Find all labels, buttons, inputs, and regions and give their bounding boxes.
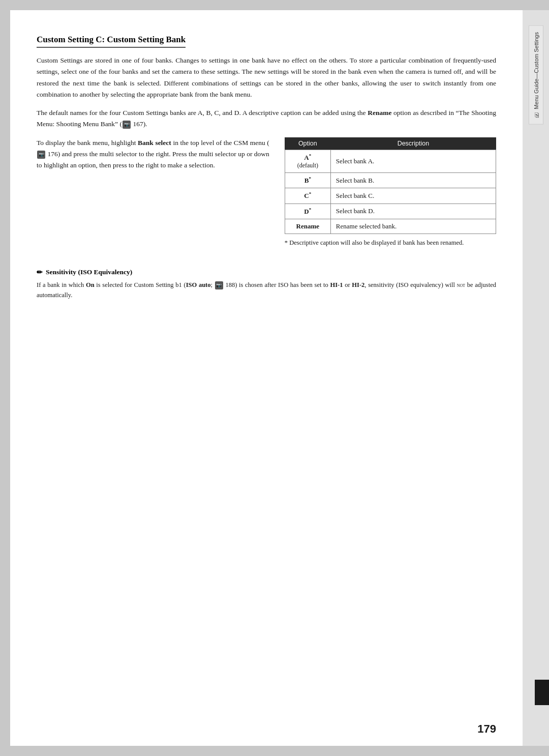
second-paragraph: The default names for the four Custom Se… <box>37 107 496 130</box>
ref-icon-3: 📷 <box>215 281 223 289</box>
third-paragraph: To display the bank menu, highlight Bank… <box>37 137 269 171</box>
col-header-desc: Description <box>330 137 496 150</box>
hi2-bold: HI-2 <box>352 281 364 288</box>
two-col-layout: To display the bank menu, highlight Bank… <box>37 137 496 248</box>
intro-paragraph: Custom Settings are stored in one of fou… <box>37 55 496 100</box>
desc-b: Select bank B. <box>330 172 496 188</box>
text-column: To display the bank menu, highlight Bank… <box>37 137 269 248</box>
hi1-bold: HI-1 <box>330 281 343 288</box>
sensitivity-section: ✏ Sensitivity (ISO Equivalency) If a ban… <box>37 268 496 300</box>
sidebar-label: Menu Guide—Custom Settings <box>533 32 539 109</box>
sidebar-tab: ⎘ Menu Guide—Custom Settings <box>529 25 543 125</box>
page-title: Custom Setting C: Custom Setting Bank <box>37 35 186 48</box>
rename-bold: Rename <box>368 109 391 117</box>
desc-c: Select bank C. <box>330 188 496 203</box>
pencil-icon: ✏ <box>37 268 43 277</box>
option-d: D* <box>285 203 330 219</box>
desc-a: Select bank A. <box>330 150 496 172</box>
option-a: A* (default) <box>285 150 330 172</box>
footnote: * Descriptive caption will also be displ… <box>285 238 496 248</box>
option-b: B* <box>285 172 330 188</box>
table-row: A* (default) Select bank A. <box>285 150 496 172</box>
option-rename: Rename <box>285 219 330 234</box>
desc-d: Select bank D. <box>330 203 496 219</box>
main-content: Custom Setting C: Custom Setting Bank Cu… <box>10 10 523 746</box>
page-container: Custom Setting C: Custom Setting Bank Cu… <box>0 0 549 756</box>
ref-icon-1: 📷 <box>123 121 131 129</box>
table-row: Rename Rename selected bank. <box>285 219 496 234</box>
table-section: Option Description A* (default) Select b… <box>285 137 496 248</box>
sidebar: ⎘ Menu Guide—Custom Settings <box>523 10 549 746</box>
sidebar-icon: ⎘ <box>532 111 540 118</box>
title-normal: Custom Setting Bank <box>105 35 186 44</box>
page-number: 179 <box>477 722 496 736</box>
iso-bold: ISO auto <box>186 281 211 288</box>
table-row: B* Select bank B. <box>285 172 496 188</box>
sensitivity-header: ✏ Sensitivity (ISO Equivalency) <box>37 268 496 277</box>
table-row: D* Select bank D. <box>285 203 496 219</box>
sensitivity-title: Sensitivity (ISO Equivalency) <box>46 268 132 276</box>
not-smallcaps: not <box>457 282 465 288</box>
sidebar-black-box <box>535 680 549 705</box>
bank-select-bold: Bank select <box>138 139 171 147</box>
sensitivity-body: If a bank in which On is selected for Cu… <box>37 280 496 300</box>
option-c: C* <box>285 188 330 203</box>
on-bold: On <box>86 281 95 288</box>
title-bold: Custom Setting C: <box>37 35 105 44</box>
desc-rename: Rename selected bank. <box>330 219 496 234</box>
ref-icon-2: 📷 <box>37 151 45 159</box>
options-table: Option Description A* (default) Select b… <box>285 137 496 234</box>
table-row: C* Select bank C. <box>285 188 496 203</box>
default-label: (default) <box>290 162 325 169</box>
col-header-option: Option <box>285 137 330 150</box>
